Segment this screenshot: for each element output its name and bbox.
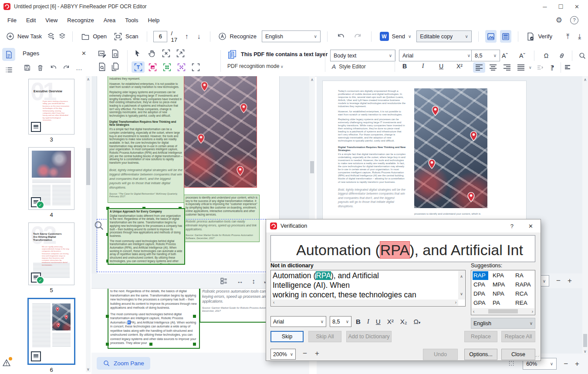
pages-panel-close-icon[interactable]: ✕ xyxy=(81,50,86,57)
rotate-left-icon[interactable] xyxy=(50,64,57,71)
zoom-in-button[interactable]: + xyxy=(575,360,579,368)
suggestion-selected[interactable]: RAP xyxy=(473,271,488,280)
picture-region-city-aerial[interactable] xyxy=(184,76,257,188)
ocr-language-select[interactable]: English∨ xyxy=(262,30,321,42)
font-size-select[interactable]: 8,5∨ xyxy=(471,50,500,61)
suggestion[interactable]: NPA xyxy=(492,290,514,298)
menu-area[interactable]: Area xyxy=(99,14,120,26)
scroll-to-top-button[interactable]: ⤒ xyxy=(564,33,572,40)
suggestion[interactable]: RAPA xyxy=(514,280,535,289)
underline-button[interactable]: U xyxy=(436,63,447,70)
find-icon[interactable] xyxy=(578,52,586,60)
previous-page-button[interactable]: ↑ xyxy=(182,33,191,40)
paragraph-style-select[interactable]: Body text∨ xyxy=(330,50,395,61)
page-thumbnail-5[interactable]: 02 Tech Savvy Customers Are Driving Digi… xyxy=(28,222,74,285)
increase-font-icon[interactable]: Aˆ xyxy=(499,52,510,59)
save-pages-icon[interactable] xyxy=(24,64,31,71)
dialog-superscript-button[interactable]: X² xyxy=(387,318,394,325)
zoom-in-button[interactable]: + xyxy=(568,276,572,285)
suggestions-listbox[interactable]: RAP KPA RA R CPA MPA RAPA R DPA NPA RCA … xyxy=(471,270,535,315)
replace-all-button[interactable]: Replace All xyxy=(501,331,535,342)
minimize-button[interactable]: ─ xyxy=(543,3,547,10)
undo-button[interactable] xyxy=(334,32,348,40)
menu-tools[interactable]: Tools xyxy=(120,14,143,26)
dialog-underline-button[interactable]: U xyxy=(376,318,381,325)
suggestion[interactable]: MPA xyxy=(492,280,514,289)
suggestion[interactable]: KPA xyxy=(492,271,514,280)
recognition-area-tool[interactable] xyxy=(189,61,202,73)
paragraph-direction-icon[interactable]: ¶ xyxy=(547,64,558,71)
suggestion[interactable]: RCA xyxy=(514,290,535,298)
dictionary-language-select[interactable]: English∨ xyxy=(471,318,535,329)
scan-button[interactable]: Scan xyxy=(112,30,140,43)
layout-thumbnails-icon[interactable] xyxy=(220,277,228,285)
skip-button[interactable]: Skip xyxy=(270,331,304,342)
pages-scrollbar[interactable]: ∧ ∨ xyxy=(86,76,91,372)
delete-page-icon[interactable] xyxy=(37,64,44,71)
next-page-button[interactable]: ↓ xyxy=(195,33,203,40)
superscript-button[interactable]: X² xyxy=(454,63,465,70)
menu-help[interactable]: Help xyxy=(143,14,165,26)
decrease-font-icon[interactable]: Aˇ xyxy=(517,52,528,59)
text-vertical-scrollbar[interactable]: ∧∨ xyxy=(458,271,465,300)
new-task-button[interactable]: New Task xyxy=(4,30,44,42)
selection-pointer-icon[interactable] xyxy=(133,49,142,57)
suggestion[interactable]: RA xyxy=(514,271,535,280)
suggestion[interactable]: GPA xyxy=(473,299,492,307)
dialog-font-size-select[interactable]: 8,5∨ xyxy=(330,316,351,327)
insert-symbol-icon[interactable]: Ω xyxy=(541,52,552,59)
page-thumbnail-6-selected[interactable] xyxy=(27,298,75,365)
pan-hand-icon[interactable] xyxy=(148,49,156,57)
append-pages-icon[interactable] xyxy=(47,32,55,41)
table-area-tool[interactable] xyxy=(160,61,173,73)
more-actions-icon[interactable]: … xyxy=(76,64,83,71)
selected-text-region[interactable]: A Unique Approach for Every Company Digi… xyxy=(108,208,185,265)
dialog-font-select[interactable]: Arial∨ xyxy=(270,316,326,327)
resize-area-icon[interactable] xyxy=(176,49,185,57)
zoom-pane-button[interactable]: Zoom Pane xyxy=(97,357,150,370)
menu-file[interactable]: File xyxy=(3,14,21,26)
skip-all-button[interactable]: Skip All xyxy=(308,331,341,342)
fit-width-icon[interactable]: ↔ xyxy=(237,277,243,285)
italic-button[interactable]: I xyxy=(417,63,429,70)
redo-button[interactable] xyxy=(351,32,365,40)
dialog-zoom-select[interactable]: 200%∨ xyxy=(270,349,296,360)
align-left-button[interactable] xyxy=(473,62,485,73)
rotate-right-icon[interactable] xyxy=(63,64,70,71)
scroll-to-bottom-button[interactable]: ⤓ xyxy=(575,33,584,40)
image-view-toggle[interactable] xyxy=(485,30,497,43)
suggestions-horizontal-scrollbar[interactable]: ‹› xyxy=(472,308,534,314)
dialog-italic-button[interactable]: I xyxy=(367,318,369,325)
pages-panel-toggle[interactable] xyxy=(2,48,15,61)
settings-gear-icon[interactable]: ⚙ xyxy=(556,16,562,25)
open-button[interactable]: Open xyxy=(79,30,108,43)
close-button[interactable]: Close xyxy=(501,349,535,360)
suggestion[interactable]: CPA xyxy=(473,280,492,289)
suggestion[interactable]: DPA xyxy=(473,290,492,298)
text-view-scrollbar[interactable]: ∧ ∨ xyxy=(582,76,588,355)
zoom-out-button[interactable]: − xyxy=(564,360,568,368)
warnings-button[interactable] xyxy=(0,356,13,369)
maximize-button[interactable]: ☐ xyxy=(558,3,563,10)
font-family-select[interactable]: Arial∨ xyxy=(399,50,474,61)
page-number-input[interactable] xyxy=(153,31,167,42)
export-format-select[interactable]: Editable copy∨ xyxy=(416,30,472,42)
dialog-subscript-button[interactable]: X₂ xyxy=(400,318,407,325)
text-horizontal-scrollbar[interactable]: ‹› xyxy=(271,300,458,306)
style-editor-button[interactable]: A Style Editor xyxy=(332,63,366,70)
text-view-toggle[interactable] xyxy=(500,30,511,43)
menu-view[interactable]: View xyxy=(41,14,62,26)
recognize-button[interactable]: Recognize xyxy=(216,30,258,42)
dialog-help-button[interactable]: ? xyxy=(510,223,514,229)
align-justify-button[interactable] xyxy=(515,62,527,73)
undo-button[interactable]: Undo xyxy=(423,349,458,360)
bold-button[interactable]: B xyxy=(399,63,410,70)
pages-stack-icon[interactable] xyxy=(58,32,66,41)
indent-icon[interactable] xyxy=(536,64,544,71)
verification-dialog[interactable]: Verification ? ✕ Automation (RPA), and A… xyxy=(266,219,541,361)
verify-button[interactable]: Verify xyxy=(524,30,554,43)
replace-button[interactable]: Replace xyxy=(464,331,497,342)
align-right-button[interactable] xyxy=(501,62,513,73)
copy-page-icon[interactable] xyxy=(111,62,120,71)
align-chevron-icon[interactable]: ∨ xyxy=(529,65,532,70)
